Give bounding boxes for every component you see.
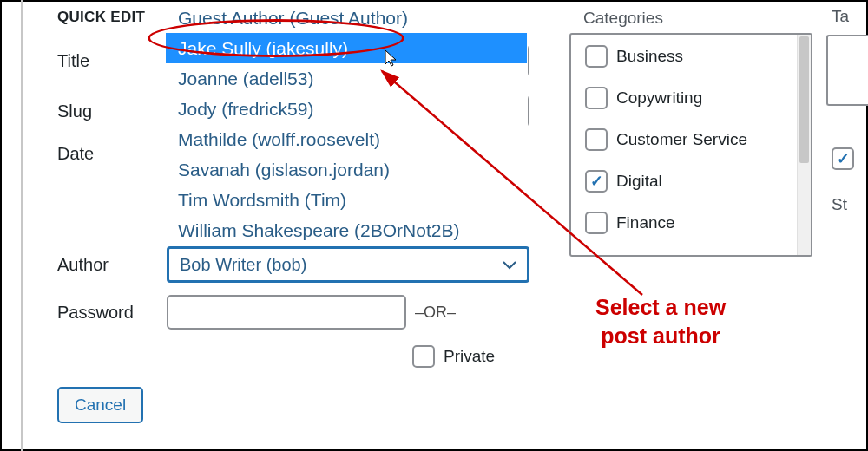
author-option[interactable]: Mathilde (wolff.roosevelt) xyxy=(166,124,527,154)
category-checkbox[interactable] xyxy=(585,212,608,234)
password-row: Password –OR– xyxy=(57,295,456,330)
status-label-partial: St xyxy=(832,195,847,214)
category-item[interactable]: Finance xyxy=(585,212,790,234)
category-checkbox[interactable] xyxy=(585,170,608,193)
author-selected-value: Bob Writer (bob) xyxy=(180,255,306,275)
author-row: Author Bob Writer (bob) xyxy=(57,246,529,283)
password-label: Password xyxy=(57,303,167,323)
category-label: Customer Service xyxy=(616,130,747,149)
category-item[interactable]: Customer Service xyxy=(585,128,790,151)
category-label: Business xyxy=(616,47,683,66)
categories-box: Business Copywriting Customer Service Di… xyxy=(569,33,812,257)
category-label: Digital xyxy=(616,172,662,191)
author-label: Author xyxy=(57,255,167,275)
categories-scrollbar[interactable] xyxy=(797,35,811,255)
or-text: –OR– xyxy=(415,304,456,322)
panel-left-border xyxy=(21,0,23,451)
chevron-down-icon xyxy=(503,256,516,274)
author-option[interactable]: Joanne (adell53) xyxy=(166,63,527,94)
cancel-button[interactable]: Cancel xyxy=(57,387,143,423)
author-option[interactable]: Savanah (gislason.jordan) xyxy=(166,154,527,185)
private-label: Private xyxy=(444,347,495,366)
category-checkbox[interactable] xyxy=(585,128,608,151)
category-item[interactable]: Digital xyxy=(585,170,790,193)
slug-label: Slug xyxy=(57,101,167,121)
author-option[interactable]: Guest Author (Guest Author) xyxy=(166,3,527,33)
private-checkbox[interactable] xyxy=(412,345,435,368)
right-checkbox[interactable] xyxy=(832,147,854,170)
title-label: Title xyxy=(57,51,167,71)
author-option[interactable]: William Shakespeare (2BOrNot2B) xyxy=(166,215,527,245)
category-label: Finance xyxy=(616,213,675,232)
category-item[interactable]: Business xyxy=(585,45,790,68)
category-label: Copywriting xyxy=(616,88,702,108)
author-select[interactable]: Bob Writer (bob) xyxy=(167,246,529,283)
private-row: Private xyxy=(412,345,495,368)
date-label: Date xyxy=(57,144,167,164)
password-input[interactable] xyxy=(167,295,406,330)
checkbox-icon xyxy=(832,147,854,170)
category-checkbox[interactable] xyxy=(585,45,608,68)
tags-label-partial: Ta xyxy=(832,7,849,26)
author-option[interactable]: Jody (fredrick59) xyxy=(166,94,527,124)
author-dropdown[interactable]: Guest Author (Guest Author) Jake Sully (… xyxy=(165,2,528,246)
categories-label: Categories xyxy=(583,9,663,28)
tags-input-partial[interactable] xyxy=(826,35,868,106)
category-checkbox[interactable] xyxy=(585,87,608,109)
author-option[interactable]: Tim Wordsmith (Tim) xyxy=(166,185,527,215)
categories-list: Business Copywriting Customer Service Di… xyxy=(571,35,797,255)
category-item[interactable]: Copywriting xyxy=(585,87,790,109)
quick-edit-title: QUICK EDIT xyxy=(57,9,145,26)
author-option[interactable]: Jake Sully (jakesully) xyxy=(166,33,527,63)
date-row: Date xyxy=(57,144,167,164)
